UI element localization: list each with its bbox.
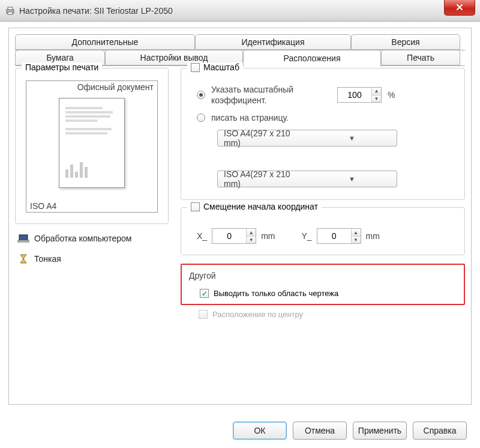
offset-x-field[interactable] <box>212 229 246 243</box>
close-icon <box>456 3 463 13</box>
checkbox-label: Выводить только область чертежа <box>214 289 338 298</box>
other-group-title: Другой <box>189 271 457 280</box>
titlebar: Настройка печати: SII Teriostar LP-2050 <box>0 0 480 22</box>
checkbox-center-row: Расположение по центру <box>199 310 465 319</box>
left-column: Параметры печати Офисный документ <box>15 68 175 398</box>
spinner[interactable]: ▲▼ <box>351 229 361 243</box>
tab-layout[interactable]: Расположения <box>243 50 381 67</box>
radio-label: Указать масштабный коэффициент. <box>211 84 331 106</box>
other-group-highlight: Другой Выводить только область чертежа <box>181 264 465 305</box>
item-fine[interactable]: Тонкая <box>17 253 166 265</box>
dialog-buttons: ОК Отмена Применить Справка <box>233 422 467 440</box>
help-button[interactable]: Справка <box>413 422 467 440</box>
scale-group: Масштаб Указать масштабный коэффициент. … <box>181 68 465 200</box>
item-computer-processing[interactable]: Обработка компьютером <box>17 232 166 244</box>
svg-rect-4 <box>18 240 29 242</box>
scale-enable-checkbox[interactable] <box>191 63 200 72</box>
hourglass-icon <box>17 253 29 265</box>
page-size-combo-2[interactable]: ISO A4(297 x 210 mm) ▼ <box>217 171 397 187</box>
center-checkbox <box>199 310 208 319</box>
client-area: Дополнительные Идентификация Версия Бума… <box>0 22 480 413</box>
printer-icon <box>5 5 16 16</box>
offset-y-input[interactable]: ▲▼ <box>317 228 361 244</box>
checkbox-drawing-area-row[interactable]: Выводить только область чертежа <box>200 289 457 298</box>
combo-value: ISO A4(297 x 210 mm) <box>218 129 307 148</box>
offset-enable-checkbox[interactable] <box>191 202 200 211</box>
cancel-button[interactable]: Отмена <box>293 422 347 440</box>
radio-fit-to-page[interactable]: писать на страницу. <box>197 113 457 123</box>
tab-label: Идентификация <box>242 37 305 47</box>
offset-x-input[interactable]: ▲▼ <box>212 228 256 244</box>
spinner[interactable]: ▲▼ <box>246 229 256 243</box>
scale-factor-field[interactable] <box>338 88 371 102</box>
tab-label: Бумага <box>46 53 74 62</box>
tab-label: Версия <box>391 37 419 47</box>
chevron-down-icon: ▼ <box>307 175 397 183</box>
svg-rect-2 <box>8 12 13 14</box>
svg-rect-3 <box>19 235 28 240</box>
tab-label: Печать <box>407 53 434 62</box>
page-thumbnail <box>59 98 125 188</box>
radio-icon <box>197 114 205 122</box>
preview-paper-size: ISO A4 <box>30 201 56 211</box>
svg-rect-1 <box>8 7 13 10</box>
offset-y-field[interactable] <box>317 229 351 243</box>
laptop-icon <box>17 232 29 244</box>
item-label: Обработка компьютером <box>34 234 132 243</box>
radio-icon <box>197 91 205 99</box>
spinner[interactable]: ▲▼ <box>371 88 381 102</box>
x-unit: mm <box>261 231 275 241</box>
scale-factor-input[interactable]: ▲▼ <box>337 87 382 103</box>
chevron-down-icon: ▼ <box>307 135 397 142</box>
checkbox-label: Расположение по центру <box>212 310 303 319</box>
drawing-area-checkbox[interactable] <box>200 289 209 298</box>
tab-label: Настройки вывод <box>140 53 208 62</box>
group-legend: Масштаб <box>187 62 243 72</box>
tab-content: Параметры печати Офисный документ <box>15 68 465 398</box>
ok-button[interactable]: ОК <box>233 422 287 440</box>
tab-version[interactable]: Версия <box>351 34 460 50</box>
tab-label: Дополнительные <box>72 37 139 47</box>
tab-additional[interactable]: Дополнительные <box>15 34 195 50</box>
radio-scale-factor[interactable]: Указать масштабный коэффициент. ▲▼ % <box>197 84 457 106</box>
close-button[interactable] <box>444 0 475 16</box>
combo-value: ISO A4(297 x 210 mm) <box>218 169 307 189</box>
y-unit: mm <box>366 231 380 241</box>
group-legend: Смещение начала координат <box>187 202 322 211</box>
apply-button[interactable]: Применить <box>353 422 407 440</box>
y-label: Y_ <box>301 231 311 241</box>
radio-label: писать на страницу. <box>211 113 289 123</box>
right-column: Масштаб Указать масштабный коэффициент. … <box>175 68 465 398</box>
page-size-combo-1[interactable]: ISO A4(297 x 210 mm) ▼ <box>217 130 397 147</box>
tab-label: Расположения <box>284 53 341 63</box>
dialog-frame: Дополнительные Идентификация Версия Бума… <box>8 28 472 405</box>
x-label: X_ <box>197 231 207 241</box>
item-label: Тонкая <box>34 254 61 264</box>
window-title: Настройка печати: SII Teriostar LP-2050 <box>19 6 173 16</box>
page-preview: Офисный документ <box>26 80 158 213</box>
tab-identification[interactable]: Идентификация <box>195 34 351 50</box>
origin-offset-group: Смещение начала координат X_ ▲▼ mm Y_ <box>181 207 465 255</box>
print-params-group: Параметры печати Офисный документ <box>15 68 169 224</box>
percent-label: % <box>388 90 395 100</box>
group-legend: Параметры печати <box>22 62 102 72</box>
print-settings-window: Настройка печати: SII Teriostar LP-2050 … <box>0 0 480 448</box>
preview-doc-type: Офисный документ <box>77 82 154 92</box>
tab-print[interactable]: Печать <box>381 50 460 65</box>
